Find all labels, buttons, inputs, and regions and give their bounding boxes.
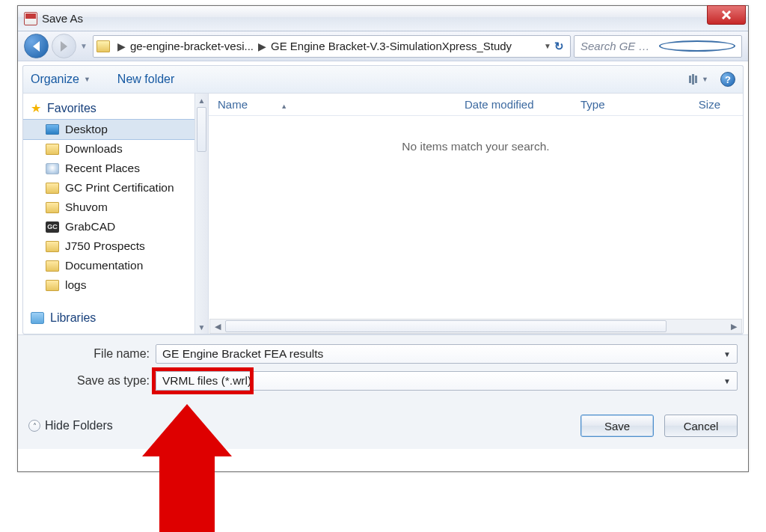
address-breadcrumb[interactable]: ▶ ge-engine-bracket-vesi... ▶ GE Engine …	[93, 35, 571, 58]
column-name[interactable]: Name ▲	[209, 98, 456, 111]
hide-folders-button[interactable]: ˄ Hide Folders	[28, 419, 113, 432]
new-folder-label: New folder	[117, 73, 174, 85]
toolbar: Organize ▼ New folder ▼ ?	[22, 65, 744, 94]
tree-item-grabcad[interactable]: GC GrabCAD	[23, 217, 208, 236]
cancel-label: Cancel	[684, 420, 719, 432]
chevron-right-icon: ▶	[254, 40, 271, 52]
chevron-down-icon: ▼	[84, 76, 91, 83]
chevron-down-icon[interactable]: ▼	[723, 377, 731, 385]
column-type[interactable]: Type	[572, 98, 684, 111]
tree-item-label: Downloads	[65, 142, 123, 156]
libraries-icon	[31, 312, 44, 324]
scroll-right-icon[interactable]: ▶	[726, 322, 741, 331]
nav-history-chevron[interactable]: ▼	[79, 42, 90, 50]
arrow-right-icon	[61, 41, 67, 52]
arrow-left-icon	[33, 41, 40, 52]
window-controls	[707, 6, 748, 31]
folder-icon	[96, 40, 110, 52]
scroll-left-icon[interactable]: ◀	[210, 322, 225, 331]
search-placeholder: Search GE Engine Brack...	[580, 40, 655, 52]
list-hscrollbar[interactable]: ◀ ▶	[209, 319, 742, 334]
new-folder-button[interactable]: New folder	[117, 73, 174, 86]
tree-item-gc-print[interactable]: GC Print Certification	[23, 178, 208, 198]
collapse-icon: ˄	[28, 420, 40, 432]
organize-button[interactable]: Organize ▼	[31, 73, 91, 86]
organize-label: Organize	[31, 73, 79, 86]
save-button[interactable]: Save	[580, 415, 654, 437]
saveastype-select[interactable]: VRML files (*.wrl) ▼	[156, 371, 738, 391]
body-split: ★ Favorites Desktop Downloads Recent Pla…	[22, 94, 744, 334]
libraries-title: Libraries	[50, 311, 96, 325]
window-title: Save As	[42, 12, 83, 25]
close-button[interactable]	[707, 5, 746, 25]
favorites-title: Favorites	[47, 102, 96, 115]
filename-input[interactable]: GE Engine Bracket FEA results ▼	[156, 344, 738, 364]
form-area: File name: GE Engine Bracket FEA results…	[18, 334, 748, 449]
filename-label: File name:	[28, 347, 156, 361]
nav-bar: ▼ ▶ ge-engine-bracket-vesi... ▶ GE Engin…	[18, 31, 748, 61]
help-button[interactable]: ?	[720, 72, 735, 87]
list-header: Name ▲ Date modified Type Size	[209, 94, 743, 116]
tree-item-downloads[interactable]: Downloads	[23, 139, 208, 159]
tree-item-documentation[interactable]: Documentation	[23, 256, 208, 275]
grabcad-icon: GC	[46, 221, 59, 233]
tree-item-label: GC Print Certification	[65, 181, 174, 195]
tree-item-shuvom[interactable]: Shuvom	[23, 198, 208, 217]
tree-item-label: Documentation	[65, 259, 143, 272]
empty-list-message: No items match your search.	[209, 116, 743, 153]
scroll-up-icon[interactable]: ▲	[195, 94, 208, 107]
star-icon: ★	[31, 101, 41, 115]
close-icon	[721, 10, 732, 19]
desktop-icon	[46, 124, 59, 135]
tree-item-desktop[interactable]: Desktop	[23, 120, 208, 139]
saveastype-label: Save as type:	[28, 374, 156, 388]
search-icon	[659, 40, 736, 52]
scroll-thumb[interactable]	[197, 107, 206, 152]
folder-icon	[46, 183, 59, 194]
favorites-group[interactable]: ★ Favorites	[23, 98, 208, 120]
nav-tree: ★ Favorites Desktop Downloads Recent Pla…	[23, 94, 209, 334]
annotation-arrow	[138, 404, 236, 531]
tree-vscrollbar[interactable]: ▲ ▼	[194, 94, 208, 334]
tree-item-logs[interactable]: logs	[23, 275, 208, 295]
column-date[interactable]: Date modified	[456, 98, 572, 111]
nav-back-button[interactable]	[24, 34, 49, 58]
folder-icon	[46, 280, 59, 291]
folder-icon	[46, 144, 59, 155]
chevron-down-icon[interactable]: ▼	[723, 350, 731, 358]
folder-icon	[46, 241, 59, 252]
arrow-up-icon	[142, 404, 232, 456]
tree-item-label: Desktop	[65, 123, 108, 136]
app-icon	[24, 12, 37, 25]
refresh-icon[interactable]: ↻	[554, 40, 564, 53]
scroll-track[interactable]	[225, 319, 726, 333]
scroll-thumb[interactable]	[225, 320, 667, 332]
search-input[interactable]: Search GE Engine Brack...	[574, 35, 742, 58]
tree-item-label: logs	[65, 278, 86, 292]
breadcrumb-dropdown[interactable]: ▼	[544, 42, 551, 50]
hide-folders-label: Hide Folders	[45, 419, 113, 432]
sort-indicator-icon: ▲	[251, 103, 287, 110]
cancel-button[interactable]: Cancel	[664, 415, 738, 437]
chevron-right-icon: ▶	[113, 40, 130, 52]
breadcrumb-seg-1[interactable]: ge-engine-bracket-vesi...	[130, 40, 254, 52]
tree-item-label: GrabCAD	[65, 220, 115, 233]
column-size[interactable]: Size	[684, 98, 743, 111]
tree-item-label: J750 Prospects	[65, 239, 145, 253]
nav-forward-button[interactable]	[52, 34, 76, 58]
tree-item-label: Shuvom	[65, 201, 108, 214]
save-label: Save	[604, 420, 630, 432]
tree-item-j750[interactable]: J750 Prospects	[23, 236, 208, 256]
title-bar: Save As	[18, 6, 748, 31]
recent-icon	[46, 163, 59, 174]
breadcrumb-seg-2[interactable]: GE Engine Bracket-V.3-SimulationXpress_S…	[271, 40, 512, 52]
filename-value: GE Engine Bracket FEA results	[162, 347, 323, 361]
save-as-dialog: Save As ▼ ▶ ge-engine-bracket-vesi... ▶ …	[17, 5, 749, 472]
scroll-down-icon[interactable]: ▼	[195, 320, 208, 334]
tree-item-recent-places[interactable]: Recent Places	[23, 159, 208, 178]
tree-item-label: Recent Places	[65, 162, 140, 175]
folder-icon	[46, 202, 59, 213]
view-options-button[interactable]: ▼	[689, 74, 708, 85]
libraries-group[interactable]: Libraries	[23, 308, 208, 329]
view-icon	[689, 74, 697, 85]
